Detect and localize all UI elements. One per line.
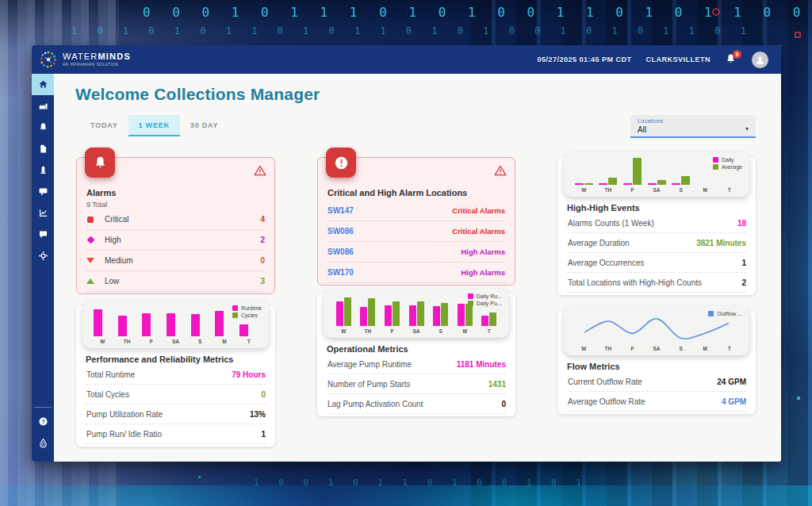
metric-row: Average Occurrences1 <box>567 253 746 273</box>
alarm-type: High Alarms <box>461 247 505 256</box>
location-link[interactable]: SW086 <box>327 247 354 256</box>
bar <box>118 316 127 336</box>
metric-row: Number of Pump Starts1431 <box>327 374 506 394</box>
legend-label: Daily Pu... <box>477 301 502 306</box>
header-location[interactable]: CLARKSVILLETN <box>646 56 711 63</box>
legend-item: Daily <box>713 157 742 163</box>
bar-group <box>404 301 429 326</box>
logo-swirl-icon <box>38 49 59 70</box>
line-chart <box>572 312 741 343</box>
water-drop-icon <box>38 438 48 448</box>
bar-group <box>596 178 621 185</box>
card-title: Operational Metrics <box>327 344 506 354</box>
legend-label: Outflow ... <box>717 311 742 316</box>
logo-text: WATERMINDS AN INFRAMARK SOLUTION <box>63 52 134 67</box>
legend-item: Average <box>713 164 742 170</box>
metric-row: Average Pump Runtime1181 Minutes <box>327 355 506 374</box>
bar <box>191 314 200 336</box>
x-axis-label: S <box>428 328 453 334</box>
bar <box>441 303 448 326</box>
bar <box>385 305 392 326</box>
x-axis-label: SA <box>645 346 669 351</box>
logo-water: WATER <box>63 52 98 61</box>
x-axis-label: M <box>453 328 477 334</box>
sidebar-item-scada[interactable] <box>32 181 54 202</box>
notifications-bell-icon[interactable]: 9 <box>725 53 737 66</box>
tab-1-week[interactable]: 1 WEEK <box>128 115 180 136</box>
location-link[interactable]: SW170 <box>327 268 354 277</box>
x-axis-label: W <box>572 187 596 193</box>
sidebar-item-home[interactable] <box>32 74 54 95</box>
scada-screen-icon <box>38 186 48 197</box>
sidebar-item-trends[interactable] <box>32 202 54 224</box>
legend-swatch <box>468 301 473 306</box>
sidebar-item-hydrants[interactable] <box>32 159 54 181</box>
column-3: DailyAverage WTHFSASMT High-High Events … <box>557 157 756 414</box>
sidebar-item-water[interactable] <box>32 432 54 454</box>
sidebar-item-assets[interactable] <box>32 245 54 266</box>
card-title: Critical and High Alarm Locations <box>327 188 505 197</box>
chart-legend: Daily Ru...Daily Pu... <box>468 293 502 306</box>
sidebar-item-messages[interactable] <box>32 224 54 245</box>
chart-x-labels: WTHFSASMT <box>90 339 261 344</box>
legend-item: Runtime <box>232 305 262 311</box>
chart-legend: Outflow ... <box>708 311 742 316</box>
bar <box>584 183 593 185</box>
sidebar-item-help[interactable]: ? <box>32 411 54 432</box>
column-1: Alarms 9 Total Critical 4 High 2 <box>76 157 275 447</box>
chat-bubble-icon <box>38 229 48 240</box>
card-title: Alarms <box>86 188 265 197</box>
x-axis-label: T <box>717 187 741 193</box>
trends-chart-icon <box>38 208 48 218</box>
x-axis-label: F <box>139 339 163 344</box>
user-avatar[interactable] <box>752 52 768 68</box>
background-glow-bar <box>0 485 812 506</box>
x-axis-label: S <box>668 346 693 351</box>
high-high-chart-panel: DailyAverage WTHFSASMT <box>564 152 749 197</box>
warning-triangle-icon <box>254 165 266 176</box>
low-triangle-icon <box>86 278 94 284</box>
background-circuit-ring <box>712 8 720 16</box>
bar <box>481 316 488 326</box>
bar <box>215 311 224 336</box>
bar-group <box>90 309 115 336</box>
alarm-location-row: SW170 High Alarms <box>327 263 505 283</box>
alarms-total: 9 Total <box>86 201 265 209</box>
tab-today[interactable]: TODAY <box>80 115 128 136</box>
metric-row: Average Duration3821 Minutes <box>567 233 746 253</box>
metric-row: Lag Pump Activation Count0 <box>327 394 506 414</box>
locations-select[interactable]: Locations All ▾ <box>630 115 756 138</box>
metric-row: Total Runtime79 Hours <box>86 365 266 385</box>
bar-group <box>115 316 140 336</box>
metric-row: Total Locations with High-High Counts2 <box>567 273 746 293</box>
bar <box>465 304 473 326</box>
legend-label: Daily <box>722 157 734 163</box>
bar-group <box>139 313 163 336</box>
app-body: ? Welcome Collections Manager TODAY 1 WE… <box>32 74 781 462</box>
sidebar-item-reports[interactable] <box>32 138 54 159</box>
legend-item: Outflow ... <box>708 311 742 316</box>
flow-chart-panel: Outflow ... WTHFSASMT <box>564 306 749 355</box>
alarms-card: Alarms 9 Total Critical 4 High 2 <box>76 157 275 294</box>
x-axis-label: S <box>188 339 213 344</box>
high-diamond-icon <box>86 237 94 243</box>
location-link[interactable]: SW147 <box>327 206 354 215</box>
bar-group <box>188 314 213 336</box>
alarm-type: High Alarms <box>461 268 505 277</box>
bar-group <box>477 312 501 326</box>
tab-30-day[interactable]: 30 DAY <box>180 115 229 136</box>
sidebar-divider <box>34 407 52 408</box>
legend-swatch <box>232 305 238 311</box>
sidebar-item-alarms[interactable] <box>32 117 54 138</box>
background-circuit-square <box>795 32 801 38</box>
location-link[interactable]: SW086 <box>327 227 354 236</box>
warning-triangle-icon <box>494 165 507 176</box>
sidebar-item-lift-stations[interactable] <box>32 95 54 117</box>
waterminds-logo[interactable]: WATERMINDS AN INFRAMARK SOLUTION <box>38 49 134 70</box>
alarm-location-row: SW086 High Alarms <box>327 242 505 263</box>
svg-text:?: ? <box>41 418 45 425</box>
high-high-events-card: DailyAverage WTHFSASMT High-High Events … <box>557 157 756 295</box>
assets-gear-icon <box>38 251 48 261</box>
bar <box>648 183 657 185</box>
chart-legend: RuntimeCycles <box>232 305 262 318</box>
